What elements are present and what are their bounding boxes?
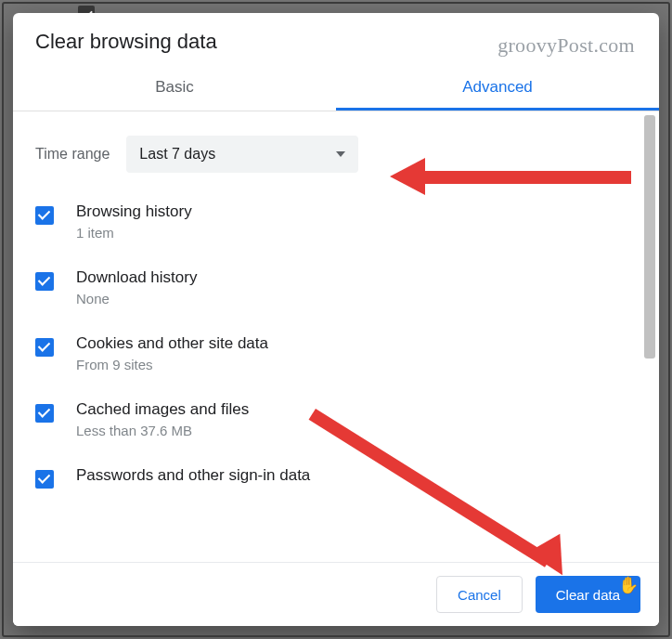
item-title: Cached images and files xyxy=(76,400,249,419)
dialog-footer: Cancel Clear data xyxy=(13,562,659,626)
clear-browsing-data-dialog: groovyPost.com Clear browsing data Basic… xyxy=(13,13,659,626)
chevron-down-icon xyxy=(336,151,345,157)
list-item: Cached images and files Less than 37.6 M… xyxy=(35,395,637,444)
item-subtitle: Less than 37.6 MB xyxy=(76,423,249,438)
clear-data-button[interactable]: Clear data xyxy=(536,576,640,613)
checkbox-cached-images[interactable] xyxy=(35,404,54,423)
item-subtitle: From 9 sites xyxy=(76,357,268,372)
time-range-value: Last 7 days xyxy=(139,146,215,163)
item-title: Download history xyxy=(76,268,197,287)
time-range-select[interactable]: Last 7 days xyxy=(126,136,358,173)
time-range-row: Time range Last 7 days xyxy=(35,136,637,173)
list-item: Cookies and other site data From 9 sites xyxy=(35,329,637,378)
cancel-button[interactable]: Cancel xyxy=(436,576,523,613)
tab-advanced[interactable]: Advanced xyxy=(336,65,659,111)
time-range-label: Time range xyxy=(35,146,110,163)
checkbox-browsing-history[interactable] xyxy=(35,206,54,225)
checkbox-download-history[interactable] xyxy=(35,272,54,291)
list-item: Browsing history 1 item xyxy=(35,197,637,246)
checkbox-cookies[interactable] xyxy=(35,338,54,357)
tab-bar: Basic Advanced xyxy=(13,65,659,111)
scrollbar[interactable] xyxy=(644,115,655,558)
item-title: Browsing history xyxy=(76,202,192,221)
item-title: Passwords and other sign-in data xyxy=(76,466,310,485)
scrollbar-thumb[interactable] xyxy=(644,115,655,359)
dialog-body: Time range Last 7 days Browsing history … xyxy=(13,111,659,562)
tab-basic[interactable]: Basic xyxy=(13,65,336,111)
list-item: Download history None xyxy=(35,263,637,312)
item-title: Cookies and other site data xyxy=(76,334,268,353)
list-item: Passwords and other sign-in data xyxy=(35,461,637,494)
item-subtitle: None xyxy=(76,291,197,306)
watermark: groovyPost.com xyxy=(498,33,635,58)
item-subtitle: 1 item xyxy=(76,225,192,241)
checkbox-passwords[interactable] xyxy=(35,470,54,489)
